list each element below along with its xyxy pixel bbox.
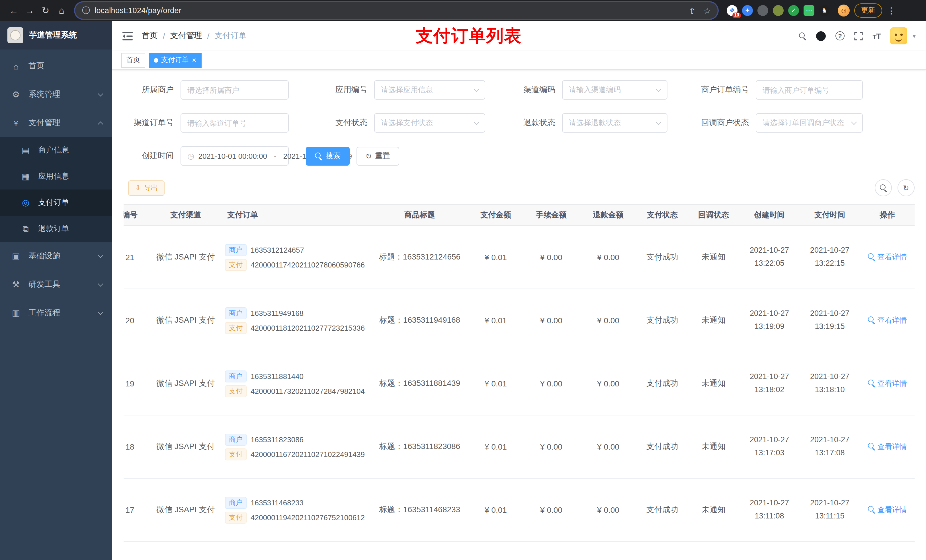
user-avatar[interactable] bbox=[890, 27, 908, 44]
record-icon: ◎ bbox=[20, 198, 32, 208]
filter-input-0[interactable] bbox=[180, 80, 289, 100]
filter-rows: 所属商户应用编号请选择应用信息渠道编码请输入渠道编码商户订单编号渠道订单号支付状… bbox=[124, 80, 915, 133]
filter-label-1: 应用编号 bbox=[306, 85, 374, 95]
font-size-icon[interactable]: тT bbox=[873, 31, 881, 41]
refresh-list-button[interactable]: ↻ bbox=[897, 179, 915, 196]
search-button-label: 搜索 bbox=[326, 151, 340, 161]
sidebar-item-merchant-info[interactable]: ▤商户信息 bbox=[0, 137, 112, 163]
sidebar-item-workflow[interactable]: ▥工作流程 bbox=[0, 299, 112, 327]
column-header-2: 支付订单 bbox=[221, 205, 371, 226]
view-detail-link[interactable]: 查看详情 bbox=[868, 315, 907, 326]
avatar-dropdown-icon[interactable]: ▾ bbox=[912, 32, 916, 39]
sidebar-item-devtools[interactable]: ⚒研发工具 bbox=[0, 270, 112, 299]
export-button[interactable]: ⇩ 导出 bbox=[128, 180, 165, 195]
breadcrumb-item[interactable]: 支付管理 bbox=[170, 31, 202, 41]
bookmark-star-icon[interactable]: ☆ bbox=[704, 6, 711, 15]
search-button[interactable]: 搜索 bbox=[306, 146, 350, 165]
browser-forward-icon[interactable]: → bbox=[22, 3, 38, 18]
filter-label-3: 回调商户状态 bbox=[684, 118, 756, 128]
filter-select-1[interactable]: 请选择应用信息 bbox=[374, 80, 485, 100]
sidebar-item-infrastructure[interactable]: ▣基础设施 bbox=[0, 242, 112, 270]
browser-profile-avatar[interactable]: ☺ bbox=[838, 5, 850, 17]
browser-back-icon[interactable]: ← bbox=[6, 3, 22, 18]
filter-label-3: 商户订单编号 bbox=[684, 85, 756, 95]
sidebar-item-refund-order[interactable]: ⧉退款订单 bbox=[0, 216, 112, 242]
view-detail-link[interactable]: 查看详情 bbox=[868, 252, 907, 263]
app-logo[interactable]: 芋道管理系统 bbox=[0, 21, 112, 50]
tags-view: 首页支付订单× bbox=[112, 51, 926, 70]
date-start-value[interactable]: 2021-10-01 00:00:00 bbox=[198, 152, 267, 160]
filter-label-0: 所属商户 bbox=[124, 85, 180, 95]
help-icon[interactable]: ? bbox=[835, 31, 844, 41]
date-range-separator: - bbox=[274, 152, 277, 160]
site-info-icon[interactable]: ⓘ bbox=[82, 5, 90, 16]
chevron-down-icon bbox=[98, 252, 103, 258]
browser-menu-icon[interactable]: ⋮ bbox=[887, 5, 896, 16]
sidebar-item-system[interactable]: ⚙系统管理 bbox=[0, 80, 112, 109]
extension-olive-icon[interactable] bbox=[773, 5, 784, 16]
column-header-0: 编号 bbox=[124, 205, 150, 226]
create-time-range-input[interactable]: ◷ 2021-10-01 00:00:00 - 2021-10-31 23:59… bbox=[180, 146, 289, 166]
sidebar: 芋道管理系统 ⌂首页⚙系统管理¥支付管理▤商户信息▦应用信息◎支付订单⧉退款订单… bbox=[0, 21, 112, 560]
toggle-search-button[interactable] bbox=[875, 179, 892, 196]
column-header-6: 退款金额 bbox=[580, 205, 637, 226]
sidebar-item-payment[interactable]: ¥支付管理 bbox=[0, 109, 112, 137]
github-icon[interactable] bbox=[816, 31, 826, 41]
browser-home-icon[interactable]: ⌂ bbox=[53, 3, 70, 18]
view-detail-link[interactable]: 查看详情 bbox=[868, 379, 907, 389]
filter-select-3[interactable]: 请选择订单回调商户状态 bbox=[756, 113, 863, 133]
chevron-down-icon bbox=[98, 91, 103, 97]
extension-chat-icon[interactable]: ⋯ bbox=[803, 5, 814, 16]
search-icon[interactable] bbox=[799, 32, 806, 39]
merchant-tag: 商户 bbox=[225, 307, 247, 319]
reset-button[interactable]: ↻ 重置 bbox=[357, 146, 399, 165]
table-toolbar: ⇩ 导出 ↻ bbox=[124, 179, 915, 196]
tools-icon: ⚒ bbox=[10, 279, 22, 290]
filter-label-2: 退款状态 bbox=[502, 118, 562, 128]
extension-drop-icon[interactable]: ✦ bbox=[742, 5, 753, 16]
tab-close-icon[interactable]: × bbox=[192, 56, 196, 64]
logo-image bbox=[8, 27, 23, 43]
breadcrumb: 首页/支付管理/支付订单 bbox=[142, 31, 247, 41]
chevron-down-icon bbox=[98, 281, 103, 287]
yen-icon: ¥ bbox=[10, 118, 22, 128]
view-detail-link[interactable]: 查看详情 bbox=[868, 505, 907, 515]
tab-active-dot bbox=[154, 58, 158, 62]
filter-form: 所属商户应用编号请选择应用信息渠道编码请输入渠道编码商户订单编号渠道订单号支付状… bbox=[124, 80, 915, 166]
tab-支付订单[interactable]: 支付订单× bbox=[149, 53, 201, 68]
filter-select-1[interactable]: 请选择支付状态 bbox=[374, 113, 485, 133]
breadcrumb-item[interactable]: 首页 bbox=[142, 31, 158, 41]
page-content: 所属商户应用编号请选择应用信息渠道编码请输入渠道编码商户订单编号渠道订单号支付状… bbox=[112, 70, 926, 560]
table-row: 21微信 JSAPI 支付商户1635312124657支付4200001174… bbox=[124, 226, 915, 289]
filter-input-3[interactable] bbox=[756, 80, 863, 100]
extensions-area: ❖10✦✓⋯♞ bbox=[727, 5, 830, 16]
tab-首页[interactable]: 首页 bbox=[121, 53, 145, 68]
column-header-4: 支付金额 bbox=[469, 205, 523, 226]
sidebar-item-home[interactable]: ⌂首页 bbox=[0, 52, 112, 80]
chevron-down-icon bbox=[851, 119, 857, 125]
share-icon[interactable]: ⇧ bbox=[689, 6, 695, 15]
sidebar-collapse-icon[interactable] bbox=[123, 32, 133, 40]
filter-label-create-time: 创建时间 bbox=[124, 151, 180, 161]
fullscreen-icon[interactable] bbox=[854, 32, 863, 40]
extension-gray-icon[interactable] bbox=[757, 5, 768, 16]
chevron-up-icon bbox=[98, 121, 103, 127]
sidebar-item-app-info[interactable]: ▦应用信息 bbox=[0, 163, 112, 190]
magnifier-icon bbox=[315, 152, 322, 160]
filter-input-0[interactable] bbox=[180, 113, 289, 133]
extension-chess-icon[interactable]: ♞ bbox=[819, 5, 830, 16]
extension-colorful-icon[interactable]: ❖10 bbox=[727, 5, 737, 16]
extension-check-icon[interactable]: ✓ bbox=[788, 5, 799, 16]
address-bar[interactable]: ⓘ localhost:1024/pay/order ⇧ ☆ bbox=[75, 2, 717, 19]
view-detail-link[interactable]: 查看详情 bbox=[868, 442, 907, 452]
magnifier-icon bbox=[868, 506, 875, 514]
column-header-7: 支付状态 bbox=[637, 205, 688, 226]
breadcrumb-item: 支付订单 bbox=[215, 31, 247, 41]
filter-select-2[interactable]: 请输入渠道编码 bbox=[562, 80, 667, 100]
browser-update-button[interactable]: 更新 bbox=[854, 3, 882, 18]
browser-reload-icon[interactable]: ↻ bbox=[38, 3, 53, 18]
filter-select-2[interactable]: 请选择退款状态 bbox=[562, 113, 667, 133]
pay-tag: 支付 bbox=[225, 259, 247, 270]
sidebar-item-pay-order[interactable]: ◎支付订单 bbox=[0, 190, 112, 216]
export-button-label: 导出 bbox=[144, 183, 158, 193]
